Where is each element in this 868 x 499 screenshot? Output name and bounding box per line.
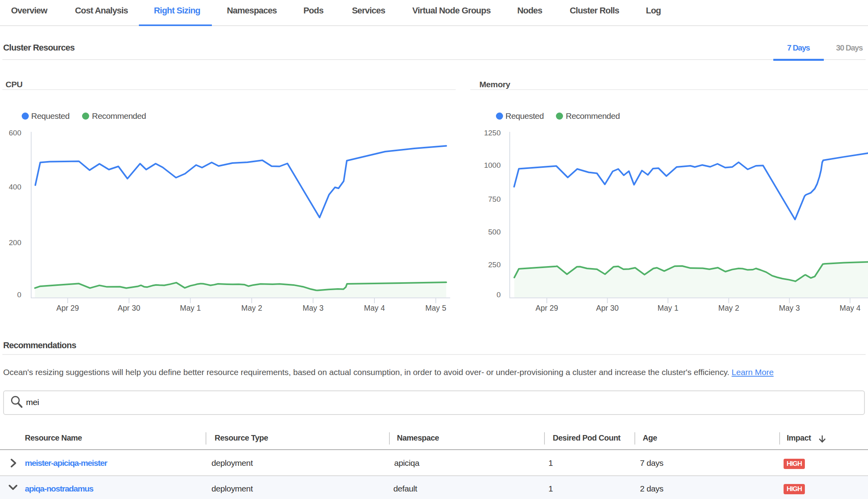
- svg-text:0: 0: [17, 291, 21, 299]
- svg-text:Apr 30: Apr 30: [118, 304, 140, 312]
- svg-text:May 4: May 4: [364, 304, 385, 312]
- svg-text:May 1: May 1: [180, 304, 201, 312]
- svg-text:May 2: May 2: [241, 304, 262, 312]
- svg-text:May 5: May 5: [425, 304, 446, 312]
- svg-text:Apr 30: Apr 30: [596, 304, 619, 312]
- svg-text:May 1: May 1: [657, 304, 678, 312]
- svg-text:May 4: May 4: [840, 304, 861, 312]
- svg-text:0: 0: [496, 291, 501, 299]
- svg-text:Apr 29: Apr 29: [56, 304, 79, 312]
- svg-text:250: 250: [488, 261, 501, 269]
- svg-text:1000: 1000: [484, 161, 501, 169]
- svg-text:1250: 1250: [484, 129, 501, 137]
- svg-text:400: 400: [9, 183, 21, 191]
- svg-text:May 2: May 2: [718, 304, 739, 312]
- svg-text:500: 500: [488, 228, 501, 236]
- svg-text:750: 750: [488, 195, 501, 203]
- svg-text:Apr 29: Apr 29: [535, 304, 558, 312]
- svg-text:May 3: May 3: [303, 304, 324, 312]
- svg-text:200: 200: [9, 238, 21, 247]
- svg-text:May 3: May 3: [779, 304, 800, 312]
- svg-text:600: 600: [9, 129, 21, 137]
